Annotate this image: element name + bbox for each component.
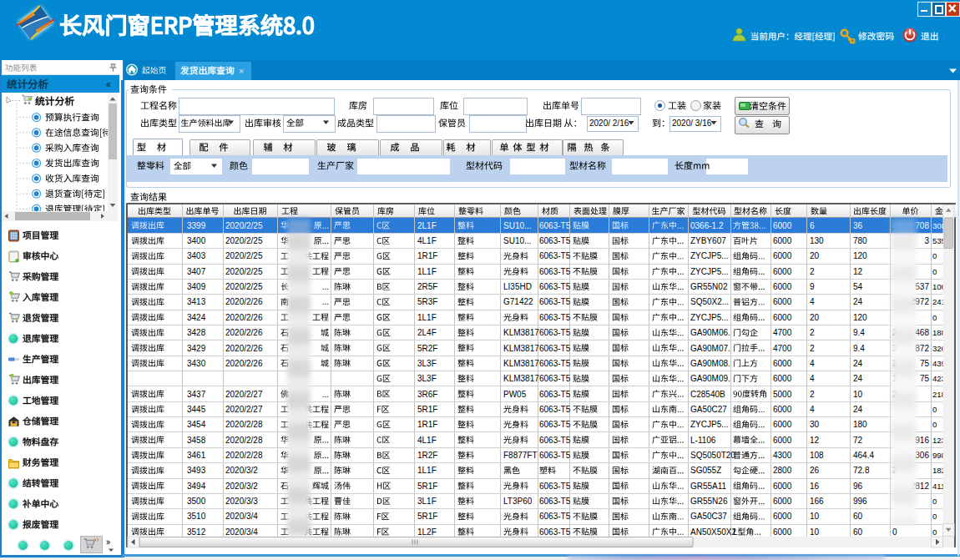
svg-text:2020/3/2: 2020/3/2 <box>225 482 258 491</box>
svg-text:24: 24 <box>853 359 863 368</box>
svg-text:9.4: 9.4 <box>853 344 865 353</box>
svg-text:GR55N02: GR55N02 <box>690 282 728 291</box>
svg-text:5R3F: 5R3F <box>417 297 437 306</box>
svg-text:0: 0 <box>932 497 937 506</box>
svg-text:2020/2/25: 2020/2/25 <box>225 236 263 245</box>
svg-text:1R1F: 1R1F <box>417 251 437 260</box>
svg-text:3L3F: 3L3F <box>417 359 437 368</box>
svg-text:16: 16 <box>810 482 820 491</box>
svg-text:6063-T5: 6063-T5 <box>539 527 571 537</box>
svg-text:3445: 3445 <box>187 405 206 414</box>
svg-text:96: 96 <box>853 482 863 491</box>
svg-text:3430: 3430 <box>187 359 206 368</box>
svg-text:24: 24 <box>853 405 863 414</box>
svg-text:3L1F: 3L1F <box>417 497 437 506</box>
svg-text:54: 54 <box>853 282 863 291</box>
svg-text:ZYCJP5...: ZYCJP5... <box>690 313 729 322</box>
svg-text:GA90M09.: GA90M09. <box>690 374 730 383</box>
svg-text:3454: 3454 <box>187 420 206 429</box>
svg-text:12: 12 <box>853 267 863 276</box>
svg-text:2020/2/28: 2020/2/28 <box>225 451 263 460</box>
svg-text:LI35HD: LI35HD <box>503 282 532 291</box>
svg-text:0: 0 <box>932 527 937 537</box>
svg-text:20: 20 <box>810 313 820 322</box>
svg-text:LT3P60: LT3P60 <box>503 497 533 506</box>
svg-text:3429: 3429 <box>187 344 206 353</box>
svg-text:2020/2/26: 2020/2/26 <box>225 359 263 368</box>
svg-text:6000: 6000 <box>773 527 792 537</box>
svg-text:GA50C37: GA50C37 <box>690 512 727 521</box>
svg-text:6063-T5: 6063-T5 <box>539 282 571 291</box>
svg-text:6063-T5: 6063-T5 <box>539 221 571 230</box>
svg-text:2L1F: 2L1F <box>417 221 437 230</box>
svg-text:3: 3 <box>924 236 929 245</box>
svg-text:872: 872 <box>915 344 929 353</box>
svg-text:6063-T5: 6063-T5 <box>539 420 571 429</box>
svg-text:708: 708 <box>915 221 929 230</box>
svg-text:4L1F: 4L1F <box>417 236 437 245</box>
svg-text:4: 4 <box>810 405 815 414</box>
svg-text:20: 20 <box>810 251 820 260</box>
svg-text:3510: 3510 <box>187 512 206 521</box>
svg-text:G71422: G71422 <box>503 297 533 306</box>
svg-text:60: 60 <box>853 512 863 521</box>
svg-text:0: 0 <box>932 313 937 322</box>
svg-text:AN50X50X2: AN50X50X2 <box>690 527 736 537</box>
svg-text:6063-T5: 6063-T5 <box>539 436 571 445</box>
svg-text:6063-T5: 6063-T5 <box>539 359 571 368</box>
svg-text:306: 306 <box>915 451 929 460</box>
svg-text:3461: 3461 <box>187 451 206 460</box>
svg-text:6063-T5: 6063-T5 <box>539 512 571 521</box>
svg-text:3409: 3409 <box>187 282 206 291</box>
svg-text:9: 9 <box>810 282 815 291</box>
svg-text:0: 0 <box>932 405 937 414</box>
svg-text:3399: 3399 <box>187 221 206 230</box>
svg-text:6000: 6000 <box>773 251 792 260</box>
svg-text:120: 120 <box>853 251 867 260</box>
svg-text:6000: 6000 <box>773 359 792 368</box>
svg-text:1R1F: 1R1F <box>417 420 437 429</box>
svg-text:3494: 3494 <box>187 482 206 491</box>
svg-text:6063-T5: 6063-T5 <box>539 267 571 276</box>
svg-text:2020/2/25: 2020/2/25 <box>225 282 263 291</box>
svg-text:6000: 6000 <box>773 497 792 506</box>
svg-text:L-1106: L-1106 <box>690 436 716 445</box>
svg-text:30: 30 <box>810 420 820 429</box>
svg-text:166: 166 <box>810 497 824 506</box>
svg-text:2: 2 <box>810 390 815 399</box>
svg-text:468: 468 <box>915 328 929 337</box>
svg-text:C28540B: C28540B <box>690 390 725 399</box>
svg-text:1L1F: 1L1F <box>417 466 437 475</box>
svg-text:1L2F: 1L2F <box>417 527 437 537</box>
svg-text:2020/2/27: 2020/2/27 <box>225 390 263 399</box>
svg-text:10: 10 <box>853 390 863 399</box>
svg-text:75: 75 <box>920 359 930 368</box>
svg-text:GA90M07.: GA90M07. <box>690 344 730 353</box>
svg-text:SG055Z: SG055Z <box>690 466 721 475</box>
svg-text:...: ... <box>322 282 329 291</box>
svg-text:SQ50X2...: SQ50X2... <box>690 297 729 306</box>
svg-text:464.4: 464.4 <box>853 451 874 460</box>
svg-text:2020/3/4: 2020/3/4 <box>225 512 258 521</box>
svg-text:5000: 5000 <box>773 390 792 399</box>
svg-text:2020/2/25: 2020/2/25 <box>225 251 263 260</box>
svg-text:ZYBY607: ZYBY607 <box>690 236 726 245</box>
svg-text:2: 2 <box>810 328 815 337</box>
svg-text:180: 180 <box>853 420 867 429</box>
svg-text:2L4F: 2L4F <box>417 328 437 337</box>
svg-text:6063-T5: 6063-T5 <box>539 328 571 337</box>
svg-text:ZYCJP5...: ZYCJP5... <box>690 420 729 429</box>
svg-text:3437: 3437 <box>187 390 206 399</box>
svg-text:4L1F: 4L1F <box>417 436 437 445</box>
svg-text:4: 4 <box>810 374 815 383</box>
svg-text:6063-T5: 6063-T5 <box>539 482 571 491</box>
svg-text:2020/2/25: 2020/2/25 <box>225 267 263 276</box>
svg-text:0: 0 <box>932 251 937 260</box>
svg-text:6063-T5: 6063-T5 <box>539 497 571 506</box>
svg-text:108: 108 <box>810 451 824 460</box>
svg-text:6063-T5: 6063-T5 <box>539 405 571 414</box>
svg-text:3512: 3512 <box>187 527 206 537</box>
svg-text:1L1F: 1L1F <box>417 267 437 276</box>
svg-text:2020/2/26: 2020/2/26 <box>225 344 263 353</box>
svg-text:120: 120 <box>853 313 867 322</box>
